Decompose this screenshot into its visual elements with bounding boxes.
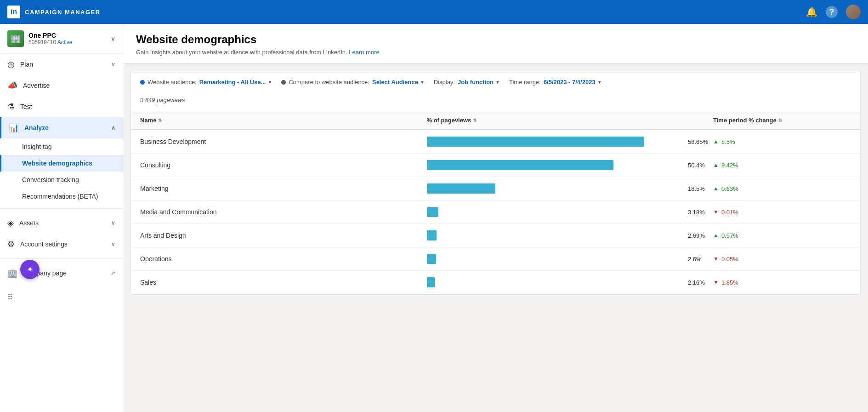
sidebar-item-recommendations[interactable]: Recommendations (BETA) [0, 188, 123, 205]
demographics-table: Name ⇅ % of pageviews ⇅ Time period % ch… [131, 111, 860, 294]
bar-pct-3: 3.18% [688, 209, 713, 216]
sidebar-item-plan[interactable]: ◎ Plan ∨ [0, 54, 123, 75]
cell-bar-0: 58.65% [427, 137, 714, 147]
cell-change-0: ▲ 8.5% [713, 138, 851, 145]
sidebar-item-test[interactable]: ⚗ Test [0, 96, 123, 117]
display-chevron-icon: ▼ [495, 80, 500, 85]
sort-pageviews-icon: ⇅ [473, 118, 477, 123]
notification-icon[interactable]: 🔔 [806, 6, 817, 17]
filter-bar: Website audience: Remarketing - All Use.… [131, 71, 860, 111]
bar-1 [427, 160, 613, 170]
col-header-change[interactable]: Time period % change ⇅ [713, 117, 851, 124]
change-value-4: 0.57% [721, 232, 738, 239]
table-row: Operations 2.6% ▼ 0.05% [131, 247, 860, 271]
change-arrow-icon-5: ▼ [713, 256, 719, 262]
cell-bar-3: 3.18% [427, 207, 714, 217]
change-value-6: 1.85% [721, 279, 738, 286]
cell-name-5: Operations [140, 255, 427, 263]
audience-dropdown[interactable]: Remarketing - All Use... ▼ [199, 79, 272, 86]
compare-dropdown[interactable]: Select Audience ▼ [372, 79, 425, 86]
table-row: Sales 2.16% ▼ 1.85% [131, 271, 860, 294]
help-icon[interactable]: ? [826, 6, 838, 18]
bar-container-2 [427, 183, 683, 194]
sidebar-item-label: Assets [19, 219, 106, 227]
sidebar-item-advertise[interactable]: 📣 Advertise [0, 75, 123, 96]
sidebar-item-website-demographics[interactable]: Website demographics [0, 155, 123, 172]
bar-0 [427, 137, 644, 147]
time-range-dropdown[interactable]: 6/5/2023 - 7/4/2023 ▼ [544, 79, 602, 86]
insight-tag-label: Insight tag [22, 143, 52, 150]
change-arrow-icon-4: ▲ [713, 232, 719, 239]
change-value-1: 9.42% [721, 162, 738, 169]
bar-pct-1: 50.4% [688, 162, 713, 169]
assets-icon: ◈ [7, 218, 14, 228]
cell-change-5: ▼ 0.05% [713, 256, 851, 263]
main-content: Website demographics Gain insights about… [123, 24, 868, 412]
col-header-name[interactable]: Name ⇅ [140, 117, 427, 124]
bar-container-6 [427, 277, 683, 287]
table-row: Marketing 18.5% ▲ 0.63% [131, 177, 860, 200]
app-title: CAMPAIGN MANAGER [25, 9, 101, 16]
change-arrow-icon-0: ▲ [713, 138, 719, 145]
account-id: 505919410 Active [28, 39, 111, 46]
sidebar-item-insight-tag[interactable]: Insight tag [0, 138, 123, 155]
display-dropdown[interactable]: Job function ▼ [458, 79, 500, 86]
sidebar-item-conversion-tracking[interactable]: Conversion tracking [0, 172, 123, 188]
assets-chevron-icon: ∨ [111, 220, 115, 226]
account-row[interactable]: 🏢 One PPC 505919410 Active ∨ [0, 24, 123, 54]
pageviews-count: 3,649 pageviews [140, 95, 851, 105]
cell-change-3: ▼ 0.01% [713, 209, 851, 216]
audience-filter: Website audience: Remarketing - All Use.… [140, 79, 272, 86]
audience-chevron-icon: ▼ [267, 80, 272, 85]
audience-label: Website audience: [148, 79, 197, 86]
ai-icon: ✦ [27, 264, 34, 275]
sidebar-item-label: Advertise [23, 82, 115, 89]
topnav-left: in CAMPAIGN MANAGER [7, 6, 101, 18]
bar-5 [427, 254, 437, 264]
website-demographics-label: Website demographics [22, 160, 92, 167]
bar-pct-2: 18.5% [688, 185, 713, 192]
table-row: Arts and Design 2.69% ▲ 0.57% [131, 224, 860, 247]
cell-bar-6: 2.16% [427, 277, 714, 287]
top-navigation: in CAMPAIGN MANAGER 🔔 ? [0, 0, 868, 24]
topnav-right: 🔔 ? [806, 5, 861, 19]
cell-change-1: ▲ 9.42% [713, 162, 851, 169]
time-label: Time range: [509, 79, 541, 86]
analyze-chevron-icon: ∧ [111, 125, 115, 131]
compare-chevron-icon: ▼ [420, 80, 425, 85]
sort-change-icon: ⇅ [778, 118, 782, 123]
settings-icon: ⚙ [7, 239, 15, 249]
change-value-5: 0.05% [721, 256, 738, 263]
learn-more-link[interactable]: Learn more [349, 49, 379, 56]
nav-divider [0, 208, 123, 209]
bar-container-3 [427, 207, 683, 217]
time-chevron-icon: ▼ [597, 80, 602, 85]
cell-change-6: ▼ 1.85% [713, 279, 851, 286]
sidebar-item-account-settings[interactable]: ⚙ Account settings ∨ [0, 234, 123, 255]
analyze-icon: 📊 [9, 123, 19, 133]
sidebar-item-analyze[interactable]: 📊 Analyze ∧ [0, 117, 123, 138]
page-header: Website demographics Gain insights about… [123, 24, 868, 63]
bar-container-5 [427, 254, 683, 264]
cell-name-0: Business Development [140, 138, 427, 145]
compare-filter: Compare to website audience: Select Audi… [281, 79, 424, 86]
plan-icon: ◎ [7, 59, 15, 69]
ai-float-button[interactable]: ✦ [20, 260, 40, 279]
company-page-icon: 🏢 [7, 268, 17, 278]
test-icon: ⚗ [7, 102, 15, 112]
col-header-pageviews[interactable]: % of pageviews ⇅ [427, 117, 714, 124]
advertise-icon: 📣 [7, 80, 17, 91]
avatar[interactable] [846, 5, 861, 19]
bar-2 [427, 183, 495, 194]
sidebar-item-assets[interactable]: ◈ Assets ∨ [0, 212, 123, 234]
table-header: Name ⇅ % of pageviews ⇅ Time period % ch… [131, 111, 860, 130]
sidebar-item-label: Account settings [20, 240, 106, 248]
table-row: Media and Communication 3.18% ▼ 0.01% [131, 200, 860, 224]
main-layout: 🏢 One PPC 505919410 Active ∨ ◎ Plan ∨ 📣 … [0, 24, 868, 412]
sidebar-item-company-page[interactable]: 🏢 Company page ↗ [0, 263, 123, 284]
table-row: Consulting 50.4% ▲ 9.42% [131, 154, 860, 177]
demographics-card: Website audience: Remarketing - All Use.… [130, 71, 861, 295]
cell-name-1: Consulting [140, 161, 427, 169]
sidebar-item-label: Plan [20, 61, 106, 68]
float-btn-dots-icon: ⠿ [7, 293, 13, 302]
